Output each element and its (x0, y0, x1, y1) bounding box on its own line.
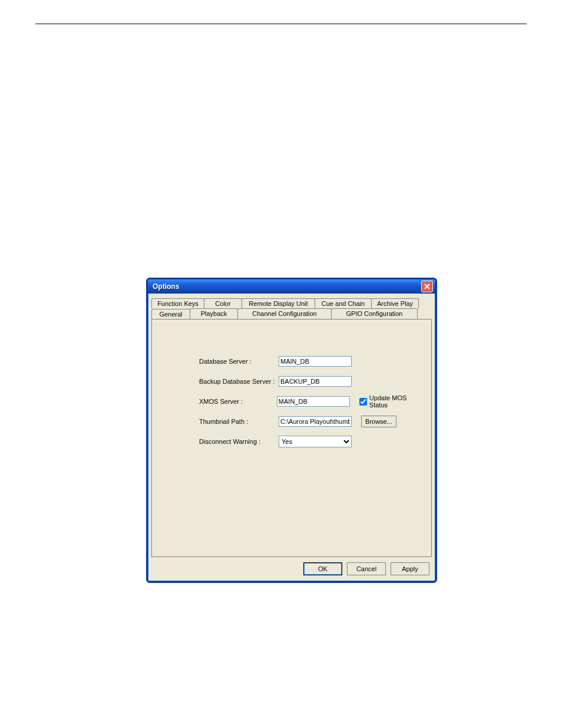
checkbox-update-mos-status-wrap[interactable]: Update MOS Status (359, 394, 425, 409)
apply-button[interactable]: Apply (391, 562, 429, 575)
tab-panel-general: Database Server : Backup Database Server… (151, 319, 432, 557)
label-xmos-server: XMOS Server : (158, 398, 277, 405)
page-rule (35, 24, 527, 24)
label-thumbnail-path: Thumbnail Path : (158, 418, 279, 425)
tab-color[interactable]: Color (204, 298, 242, 308)
tab-general[interactable]: General (151, 309, 190, 319)
label-disconnect-warning: Disconnect Warning : (158, 438, 279, 445)
dialog-button-bar: OK Cancel Apply (303, 562, 429, 575)
tab-function-keys[interactable]: Function Keys (151, 298, 204, 308)
tab-strip: Function Keys Color Remote Display Unit … (151, 298, 432, 319)
ok-button[interactable]: OK (303, 562, 342, 575)
input-database-server[interactable] (279, 356, 352, 367)
cancel-button[interactable]: Cancel (347, 562, 386, 575)
close-icon (424, 284, 430, 289)
input-thumbnail-path[interactable] (279, 416, 352, 427)
tab-channel-configuration[interactable]: Channel Configuration (237, 308, 332, 319)
input-xmos-server[interactable] (277, 396, 350, 407)
options-dialog: Options Function Keys Color Remote Displ… (146, 278, 437, 583)
tab-playback[interactable]: Playback (190, 308, 238, 319)
checkbox-update-mos-status[interactable] (359, 398, 367, 406)
tab-archive-play[interactable]: Archive Play (371, 298, 419, 308)
close-button[interactable] (421, 281, 433, 292)
label-backup-database-server: Backup Database Server : (158, 378, 279, 385)
input-backup-database-server[interactable] (279, 376, 352, 387)
window-title: Options (153, 282, 421, 291)
tab-cue-and-chain[interactable]: Cue and Chain (315, 298, 372, 308)
label-update-mos-status: Update MOS Status (369, 394, 425, 409)
browse-button[interactable]: Browse... (361, 416, 396, 427)
label-database-server: Database Server : (158, 358, 279, 365)
tab-remote-display-unit[interactable]: Remote Display Unit (242, 298, 315, 308)
tab-gpio-configuration[interactable]: GPIO Configuration (331, 308, 418, 319)
title-bar: Options (148, 279, 435, 294)
select-disconnect-warning[interactable]: Yes (279, 436, 352, 447)
